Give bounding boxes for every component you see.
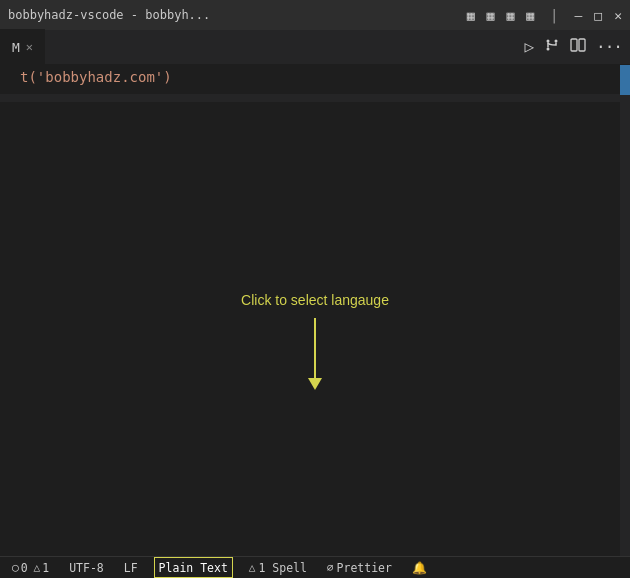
warning-triangle-icon: △ <box>34 561 41 574</box>
minimap[interactable] <box>620 65 630 556</box>
code-line: t('bobbyhadz.com') <box>0 65 630 90</box>
more-actions-icon[interactable]: ··· <box>596 37 622 56</box>
editor-area[interactable]: t('bobbyhadz.com') Click to select langa… <box>0 65 630 556</box>
split-editor-icon[interactable] <box>570 37 586 56</box>
svg-rect-5 <box>579 39 585 51</box>
status-line-ending[interactable]: LF <box>120 557 142 578</box>
svg-point-2 <box>547 48 550 51</box>
panel-layout-icon-2[interactable]: ▦ <box>487 8 495 23</box>
tab-toolbar: ▷ ··· <box>524 29 630 64</box>
svg-point-0 <box>547 40 550 43</box>
editor-separator <box>0 94 630 102</box>
bell-icon: 🔔 <box>412 561 427 575</box>
annotation-text: Click to select langauge <box>241 292 389 308</box>
panel-layout-icon-1[interactable]: ▦ <box>467 8 475 23</box>
status-prettier[interactable]: ⌀ Prettier <box>323 557 396 578</box>
svg-point-1 <box>555 40 558 43</box>
panel-layout-icon-4[interactable]: ▦ <box>526 8 534 23</box>
arrow-line <box>314 318 316 378</box>
svg-rect-4 <box>571 39 577 51</box>
maximize-button[interactable]: □ <box>594 8 602 23</box>
branch-icon[interactable] <box>544 37 560 56</box>
status-notifications[interactable]: 🔔 <box>408 557 431 578</box>
active-tab[interactable]: M ✕ <box>0 29 45 64</box>
title-bar-controls: ▦ ▦ ▦ ▦ | — □ ✕ <box>467 7 622 23</box>
close-button[interactable]: ✕ <box>614 8 622 23</box>
title-bar-left: bobbyhadz-vscode - bobbyh... <box>8 8 210 22</box>
title-bar: bobbyhadz-vscode - bobbyh... ▦ ▦ ▦ ▦ | —… <box>0 0 630 30</box>
panel-layout-icon-3[interactable]: ▦ <box>506 8 514 23</box>
status-spell[interactable]: △ 1 Spell <box>245 557 311 578</box>
prettier-icon: ⌀ <box>327 561 334 574</box>
minimap-thumb <box>620 65 630 95</box>
run-icon[interactable]: ▷ <box>524 37 534 56</box>
tab-bar: M ✕ ▷ ··· <box>0 30 630 65</box>
spell-icon: △ <box>249 561 256 574</box>
error-circle-icon: ◯ <box>12 561 19 574</box>
window-title: bobbyhadz-vscode - bobbyh... <box>8 8 210 22</box>
arrow-head <box>308 378 322 390</box>
status-encoding[interactable]: UTF-8 <box>65 557 108 578</box>
annotation-arrow <box>308 318 322 390</box>
tab-close-button[interactable]: ✕ <box>26 40 33 54</box>
status-errors[interactable]: ◯ 0 △ 1 <box>8 557 53 578</box>
status-language[interactable]: Plain Text <box>154 557 233 578</box>
tab-label: M <box>12 40 20 55</box>
minimize-button[interactable]: — <box>575 8 583 23</box>
status-bar: ◯ 0 △ 1 UTF-8 LF Plain Text △ 1 Spell ⌀ … <box>0 556 630 578</box>
annotation-area: Click to select langauge <box>0 125 630 556</box>
